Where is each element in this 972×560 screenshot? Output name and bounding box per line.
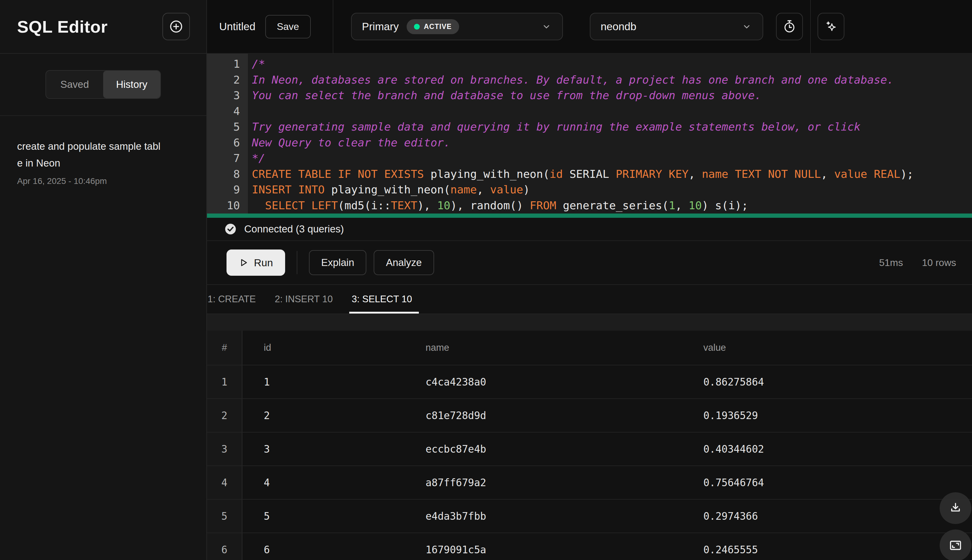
editor-toolbar: Untitled Save Primary ACTIVE neondb bbox=[207, 0, 972, 54]
database-name: neondb bbox=[601, 20, 636, 33]
table-cell: 0.2465555 bbox=[682, 533, 972, 560]
code-line[interactable] bbox=[252, 103, 972, 119]
expand-results-button[interactable] bbox=[940, 530, 971, 560]
table-header-row: #idnamevalue bbox=[207, 331, 972, 365]
main-panel: Untitled Save Primary ACTIVE neondb bbox=[207, 0, 972, 560]
line-number: 3 bbox=[207, 88, 240, 103]
line-number: 8 bbox=[207, 166, 240, 182]
page-title: SQL Editor bbox=[17, 17, 107, 37]
line-number: 5 bbox=[207, 119, 240, 135]
download-icon bbox=[949, 501, 962, 515]
circle-plus-icon bbox=[169, 19, 184, 34]
code-editor[interactable]: 12345678910 /*In Neon, databases are sto… bbox=[207, 54, 972, 213]
line-number: 7 bbox=[207, 150, 240, 166]
table-cell: 0.75646764 bbox=[682, 466, 972, 499]
column-header: name bbox=[404, 331, 682, 365]
code-line[interactable]: SELECT LEFT(md5(i::TEXT), 10), random() … bbox=[252, 198, 972, 213]
connection-status-text: Connected (3 queries) bbox=[244, 223, 344, 235]
query-name[interactable]: Untitled bbox=[219, 20, 256, 33]
column-header: # bbox=[207, 331, 243, 365]
row-number-cell: 6 bbox=[207, 533, 243, 560]
results-table: #idnamevalue 11c4ca4238a00.8627586422c81… bbox=[207, 331, 972, 560]
table-row[interactable]: 22c81e728d9d0.1936529 bbox=[207, 398, 972, 432]
line-number: 10 bbox=[207, 198, 240, 213]
result-tab[interactable]: 3: SELECT 10 bbox=[351, 285, 413, 313]
code-line[interactable]: CREATE TABLE IF NOT EXISTS playing_with_… bbox=[252, 166, 972, 182]
table-cell: a87ff679a2 bbox=[404, 466, 682, 499]
code-line[interactable]: /* bbox=[252, 56, 972, 72]
row-number-cell: 4 bbox=[207, 466, 243, 499]
stopwatch-icon bbox=[782, 19, 797, 34]
table-cell: 2 bbox=[243, 399, 404, 432]
history-item[interactable]: create and populate sample table in Neon… bbox=[17, 138, 189, 186]
table-cell: 0.86275864 bbox=[682, 365, 972, 398]
table-cell: 4 bbox=[243, 466, 404, 499]
table-row[interactable]: 33eccbc87e4b0.40344602 bbox=[207, 432, 972, 465]
chevron-down-icon bbox=[741, 21, 752, 32]
sidebar: SQL Editor Saved History create and popu… bbox=[0, 0, 207, 560]
code-line[interactable]: New Query to clear the editor. bbox=[252, 135, 972, 151]
table-cell: e4da3b7fbb bbox=[404, 500, 682, 533]
new-query-button[interactable] bbox=[162, 13, 190, 40]
history-item-title: create and populate sample table in Neon bbox=[17, 138, 164, 172]
table-cell: c81e728d9d bbox=[404, 399, 682, 432]
column-header: value bbox=[682, 331, 972, 365]
table-body: 11c4ca4238a00.8627586422c81e728d9d0.1936… bbox=[207, 365, 972, 560]
results-panel: #idnamevalue 11c4ca4238a00.8627586422c81… bbox=[207, 314, 972, 560]
code-line[interactable]: Try generating sample data and querying … bbox=[252, 119, 972, 135]
query-row-count: 10 rows bbox=[922, 257, 956, 268]
explain-button[interactable]: Explain bbox=[309, 250, 366, 275]
badge-label: ACTIVE bbox=[424, 23, 452, 31]
table-row[interactable]: 661679091c5a0.2465555 bbox=[207, 533, 972, 560]
branch-selector[interactable]: Primary ACTIVE bbox=[351, 13, 563, 40]
tab-history[interactable]: History bbox=[103, 71, 160, 98]
chevron-down-icon bbox=[541, 21, 552, 32]
sparkles-icon bbox=[824, 19, 838, 34]
row-number-cell: 3 bbox=[207, 433, 243, 465]
result-tab[interactable]: 1: CREATE bbox=[207, 285, 256, 313]
ai-assist-button[interactable] bbox=[818, 13, 845, 40]
sidebar-header: SQL Editor bbox=[0, 0, 206, 54]
result-tabs: 1: CREATE2: INSERT 103: SELECT 10 bbox=[207, 285, 972, 314]
query-metrics: 51ms 10 rows bbox=[879, 257, 956, 268]
row-number-cell: 2 bbox=[207, 399, 243, 432]
code-line[interactable]: You can select the branch and database t… bbox=[252, 88, 972, 103]
branch-status-badge: ACTIVE bbox=[407, 19, 459, 34]
run-button[interactable]: Run bbox=[226, 250, 285, 276]
code-line[interactable]: */ bbox=[252, 150, 972, 166]
query-history-timer-button[interactable] bbox=[776, 13, 803, 40]
table-cell: 3 bbox=[243, 433, 404, 465]
query-actions-row: Run Explain Analyze 51ms 10 rows bbox=[207, 241, 972, 285]
table-cell: 0.2974366 bbox=[682, 500, 972, 533]
line-number: 6 bbox=[207, 135, 240, 151]
table-cell: 0.40344602 bbox=[682, 433, 972, 465]
table-row[interactable]: 11c4ca4238a00.86275864 bbox=[207, 365, 972, 398]
result-tab[interactable]: 2: INSERT 10 bbox=[274, 285, 333, 313]
active-dot-icon bbox=[414, 24, 420, 30]
row-number-cell: 1 bbox=[207, 365, 243, 398]
download-results-button[interactable] bbox=[940, 492, 971, 524]
line-number: 2 bbox=[207, 72, 240, 88]
code-line[interactable]: In Neon, databases are stored on branche… bbox=[252, 72, 972, 88]
table-cell: 0.1936529 bbox=[682, 399, 972, 432]
table-row[interactable]: 44a87ff679a20.75646764 bbox=[207, 465, 972, 499]
table-row[interactable]: 55e4da3b7fbb0.2974366 bbox=[207, 499, 972, 533]
tab-saved[interactable]: Saved bbox=[46, 71, 103, 98]
check-circle-icon bbox=[224, 223, 237, 235]
database-selector[interactable]: neondb bbox=[590, 13, 763, 40]
branch-name: Primary bbox=[362, 20, 399, 33]
history-item-date: Apr 16, 2025 - 10:46pm bbox=[17, 176, 189, 186]
save-button[interactable]: Save bbox=[265, 15, 311, 38]
saved-history-toggle: Saved History bbox=[45, 70, 161, 99]
analyze-button[interactable]: Analyze bbox=[374, 250, 434, 275]
connection-status-row: Connected (3 queries) bbox=[207, 218, 972, 241]
column-header: id bbox=[243, 331, 404, 365]
code-line[interactable]: INSERT INTO playing_with_neon(name, valu… bbox=[252, 182, 972, 198]
editor-success-bar bbox=[207, 213, 972, 218]
editor-code[interactable]: /*In Neon, databases are stored on branc… bbox=[248, 54, 972, 213]
table-cell: 6 bbox=[243, 533, 404, 560]
actions-divider bbox=[297, 251, 297, 274]
toolbar-divider bbox=[333, 0, 333, 53]
table-cell: eccbc87e4b bbox=[404, 433, 682, 465]
expand-icon bbox=[949, 538, 962, 552]
